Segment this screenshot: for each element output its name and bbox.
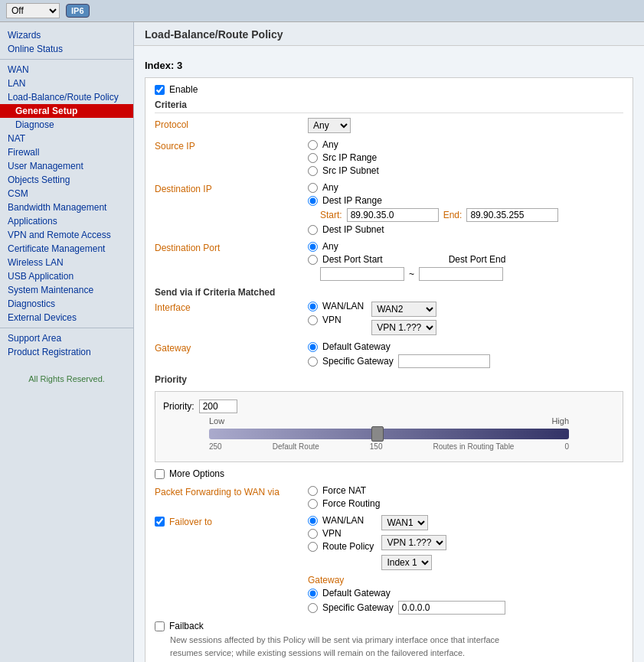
gw-default-label: Default Gateway bbox=[322, 341, 391, 352]
priority-slider-thumb[interactable] bbox=[371, 426, 384, 442]
failover-specific-gw-input[interactable] bbox=[398, 601, 505, 615]
dest-port-end-input[interactable] bbox=[419, 267, 503, 281]
failover-vpn-label: VPN bbox=[322, 528, 342, 539]
dest-port-start-input[interactable] bbox=[320, 267, 404, 281]
dest-port-label: Destination Port bbox=[155, 241, 308, 253]
iface-wan-lan-radio[interactable] bbox=[308, 302, 318, 311]
protocol-label: Protocol bbox=[155, 118, 308, 130]
enable-label: Enable bbox=[169, 84, 198, 95]
packet-fwd-label: Packet Forwarding to WAN via bbox=[155, 485, 308, 497]
failover-checkbox[interactable] bbox=[155, 517, 165, 527]
sidebar-item-general-setup[interactable]: General Setup bbox=[0, 104, 133, 118]
force-routing-radio[interactable] bbox=[308, 499, 318, 509]
failback-label: Failback bbox=[169, 621, 204, 631]
priority-default-route-label: Default Route bbox=[273, 442, 319, 451]
index-label: Index: 3 bbox=[145, 60, 633, 71]
failover-default-gw-radio[interactable] bbox=[308, 589, 318, 598]
sidebar-item-external[interactable]: External Devices bbox=[0, 311, 133, 324]
sidebar-item-wan[interactable]: WAN bbox=[0, 63, 133, 77]
sidebar-item-csm[interactable]: CSM bbox=[0, 187, 133, 201]
wan-select[interactable]: WAN1 WAN2 WAN3 bbox=[371, 302, 436, 317]
gw-default-radio[interactable] bbox=[308, 342, 318, 352]
force-nat-label: Force NAT bbox=[322, 485, 366, 496]
failover-default-gw-label: Default Gateway bbox=[322, 588, 391, 598]
sidebar-item-applications[interactable]: Applications bbox=[0, 214, 133, 228]
dest-port-end-label: Dest Port End bbox=[449, 254, 506, 265]
sidebar-item-diagnose[interactable]: Diagnose bbox=[0, 118, 133, 132]
src-ip-subnet-label: Src IP Subnet bbox=[322, 165, 379, 176]
gw-specific-label: Specific Gateway bbox=[322, 356, 394, 367]
sidebar-item-bandwidth[interactable]: Bandwidth Management bbox=[0, 201, 133, 214]
sidebar-item-nat[interactable]: NAT bbox=[0, 132, 133, 145]
dest-ip-start-input[interactable] bbox=[347, 208, 439, 222]
failover-vpn-select[interactable]: VPN 1.??? bbox=[381, 535, 446, 550]
dest-ip-end-input[interactable] bbox=[466, 208, 558, 222]
vpn-select[interactable]: VPN 1.??? bbox=[371, 320, 436, 335]
sidebar-item-product-reg[interactable]: Product Registration bbox=[0, 345, 133, 359]
dest-ip-any-radio[interactable] bbox=[308, 183, 318, 193]
failover-gateway-label: Gateway bbox=[308, 575, 344, 585]
sidebar-item-wizards[interactable]: Wizards bbox=[0, 28, 133, 42]
failover-wan-select[interactable]: WAN1 WAN2 WAN3 bbox=[381, 515, 428, 530]
failback-desc: New sessions affected by this Policy wil… bbox=[170, 634, 623, 659]
sidebar-item-support[interactable]: Support Area bbox=[0, 331, 133, 345]
src-ip-subnet-radio[interactable] bbox=[308, 166, 318, 176]
src-ip-range-radio[interactable] bbox=[308, 153, 318, 163]
mode-dropdown[interactable]: Off bbox=[6, 3, 60, 18]
dest-port-any-label: Any bbox=[322, 241, 338, 252]
priority-low-label: Low bbox=[209, 416, 224, 426]
failover-index-select[interactable]: Index 1 Index 2 Index 3 bbox=[381, 555, 432, 570]
gw-specific-radio[interactable] bbox=[308, 357, 318, 367]
dest-ip-range-radio[interactable] bbox=[308, 196, 318, 206]
dest-ip-end-label: End: bbox=[443, 210, 463, 220]
sidebar-item-diagnostics[interactable]: Diagnostics bbox=[0, 297, 133, 311]
sidebar-item-certificate[interactable]: Certificate Management bbox=[0, 242, 133, 256]
src-ip-any-label: Any bbox=[322, 139, 338, 150]
dest-ip-any-label: Any bbox=[322, 182, 338, 193]
sidebar-item-lan[interactable]: LAN bbox=[0, 77, 133, 90]
failover-wan-lan-radio[interactable] bbox=[308, 516, 318, 526]
failback-checkbox[interactable] bbox=[155, 621, 165, 631]
priority-250-label: 250 bbox=[209, 442, 222, 451]
send-via-label: Send via if Criteria Matched bbox=[155, 287, 623, 298]
sidebar-item-usb[interactable]: USB Application bbox=[0, 269, 133, 283]
protocol-select[interactable]: Any TCP UDP ICMP bbox=[308, 118, 351, 133]
priority-slider-bar bbox=[209, 429, 569, 439]
iface-vpn-radio[interactable] bbox=[308, 315, 318, 325]
gw-specific-input[interactable] bbox=[398, 354, 490, 368]
failover-route-policy-label: Route Policy bbox=[322, 541, 374, 552]
sidebar-item-online-status[interactable]: Online Status bbox=[0, 42, 133, 56]
sidebar-item-vpn[interactable]: VPN and Remote Access bbox=[0, 228, 133, 242]
src-ip-range-label: Src IP Range bbox=[322, 152, 377, 163]
sidebar-item-user-management[interactable]: User Management bbox=[0, 159, 133, 173]
sidebar-item-firewall[interactable]: Firewall bbox=[0, 145, 133, 159]
priority-0-label: 0 bbox=[564, 442, 569, 451]
dest-ip-start-label: Start: bbox=[320, 210, 342, 220]
iface-wan-lan-label: WAN/LAN bbox=[322, 301, 364, 311]
sidebar: Wizards Online Status WAN LAN Load-Balan… bbox=[0, 22, 134, 662]
more-options-checkbox[interactable] bbox=[155, 469, 165, 479]
dest-ip-subnet-radio[interactable] bbox=[308, 225, 318, 235]
page-title: Load-Balance/Route Policy bbox=[134, 22, 644, 46]
dest-port-any-radio[interactable] bbox=[308, 242, 318, 252]
sidebar-item-system[interactable]: System Maintenance bbox=[0, 283, 133, 297]
sidebar-footer: All Rights Reserved. bbox=[0, 371, 133, 386]
sidebar-item-objects-setting[interactable]: Objects Setting bbox=[0, 173, 133, 187]
src-ip-any-radio[interactable] bbox=[308, 140, 318, 150]
priority-title: Priority bbox=[155, 374, 623, 385]
force-nat-radio[interactable] bbox=[308, 486, 318, 496]
enable-checkbox[interactable] bbox=[155, 85, 165, 95]
priority-input-label: Priority: bbox=[163, 401, 195, 412]
failover-route-policy-radio[interactable] bbox=[308, 542, 318, 552]
sidebar-item-wireless[interactable]: Wireless LAN bbox=[0, 256, 133, 269]
failover-vpn-radio[interactable] bbox=[308, 529, 318, 539]
dest-port-range-radio[interactable] bbox=[308, 255, 318, 265]
gateway-label: Gateway bbox=[155, 341, 308, 354]
failover-specific-gw-label: Specific Gateway bbox=[322, 602, 394, 613]
iface-vpn-label: VPN bbox=[322, 315, 342, 325]
sidebar-item-load-balance[interactable]: Load-Balance/Route Policy bbox=[0, 90, 133, 104]
dest-port-tilde: ~ bbox=[409, 269, 414, 279]
ipv6-button[interactable]: IP6 bbox=[66, 4, 90, 18]
priority-input[interactable] bbox=[199, 399, 237, 413]
failover-specific-gw-radio[interactable] bbox=[308, 603, 318, 613]
